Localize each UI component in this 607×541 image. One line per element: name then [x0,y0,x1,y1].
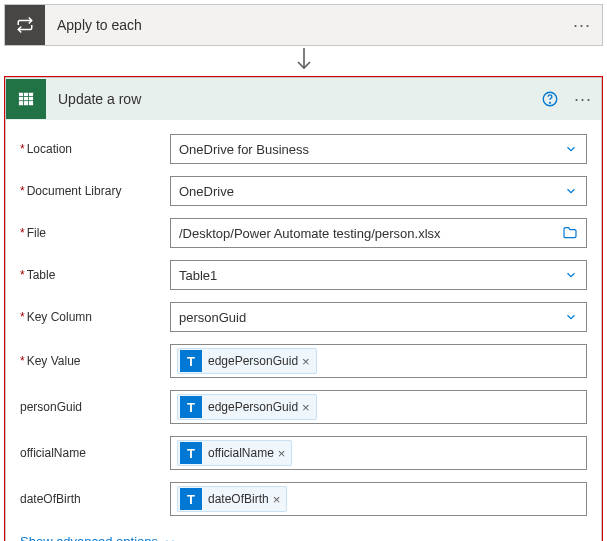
field-file[interactable]: /Desktop/Power Automate testing/person.x… [170,218,587,248]
label-document-library: Document Library [20,184,170,198]
chevron-down-icon[interactable] [564,142,578,156]
value-file: /Desktop/Power Automate testing/person.x… [179,226,562,241]
token-remove-icon[interactable]: × [302,400,310,415]
value-location: OneDrive for Business [179,142,564,157]
token-type-icon: T [180,488,202,510]
update-row-menu-button[interactable]: ··· [565,89,601,110]
label-personguid: personGuid [20,400,170,414]
update-row-title: Update a row [46,91,535,107]
token-type-icon: T [180,350,202,372]
value-table: Table1 [179,268,564,283]
row-officialname: officialName T officialName × [20,436,587,470]
field-table[interactable]: Table1 [170,260,587,290]
apply-header: Apply to each ··· [5,5,602,45]
field-location[interactable]: OneDrive for Business [170,134,587,164]
excel-icon [6,79,46,119]
show-advanced-options-link[interactable]: Show advanced options [20,534,176,541]
token-officialname[interactable]: T officialName × [177,440,292,466]
label-key-column: Key Column [20,310,170,324]
token-dateofbirth[interactable]: T dateOfBirth × [177,486,287,512]
row-document-library: Document Library OneDrive [20,176,587,206]
label-table: Table [20,268,170,282]
field-key-column[interactable]: personGuid [170,302,587,332]
token-type-icon: T [180,396,202,418]
token-edgepersonguid[interactable]: T edgePersonGuid × [177,348,317,374]
token-edgepersonguid[interactable]: T edgePersonGuid × [177,394,317,420]
field-dateofbirth[interactable]: T dateOfBirth × [170,482,587,516]
token-type-icon: T [180,442,202,464]
value-document-library: OneDrive [179,184,564,199]
label-key-value: Key Value [20,354,170,368]
token-text: dateOfBirth [208,492,269,506]
update-row-card: Update a row ··· Location OneDrive for B… [5,77,602,541]
advanced-link-text: Show advanced options [20,534,158,541]
apply-title: Apply to each [45,17,562,33]
form-body: Location OneDrive for Business Document … [6,120,601,541]
token-remove-icon[interactable]: × [302,354,310,369]
chevron-down-icon[interactable] [564,268,578,282]
token-remove-icon[interactable]: × [273,492,281,507]
label-location: Location [20,142,170,156]
row-location: Location OneDrive for Business [20,134,587,164]
token-text: edgePersonGuid [208,400,298,414]
selected-action-outline: Update a row ··· Location OneDrive for B… [4,76,603,541]
token-text: officialName [208,446,274,460]
row-personguid: personGuid T edgePersonGuid × [20,390,587,424]
connector-arrow [0,46,607,76]
field-personguid[interactable]: T edgePersonGuid × [170,390,587,424]
chevron-down-icon[interactable] [564,310,578,324]
help-button[interactable] [535,84,565,114]
row-key-value: Key Value T edgePersonGuid × [20,344,587,378]
apply-menu-button[interactable]: ··· [562,5,602,45]
token-remove-icon[interactable]: × [278,446,286,461]
row-key-column: Key Column personGuid [20,302,587,332]
label-officialname: officialName [20,446,170,460]
svg-rect-1 [19,92,34,105]
field-key-value[interactable]: T edgePersonGuid × [170,344,587,378]
field-document-library[interactable]: OneDrive [170,176,587,206]
update-row-header: Update a row ··· [6,78,601,120]
svg-point-8 [550,102,551,103]
field-officialname[interactable]: T officialName × [170,436,587,470]
apply-to-each-card: Apply to each ··· [4,4,603,46]
token-text: edgePersonGuid [208,354,298,368]
folder-picker-icon[interactable] [562,225,578,241]
row-file: File /Desktop/Power Automate testing/per… [20,218,587,248]
chevron-down-icon [164,536,176,542]
label-dateofbirth: dateOfBirth [20,492,170,506]
value-key-column: personGuid [179,310,564,325]
row-table: Table Table1 [20,260,587,290]
loop-icon [5,5,45,45]
chevron-down-icon[interactable] [564,184,578,198]
row-dateofbirth: dateOfBirth T dateOfBirth × [20,482,587,516]
label-file: File [20,226,170,240]
